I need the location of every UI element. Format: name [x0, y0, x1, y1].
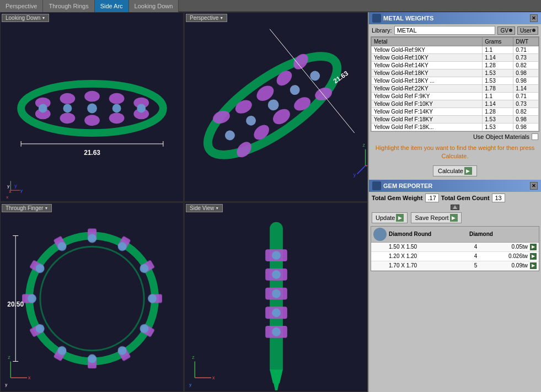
gem-reporter-close-btn[interactable]: ✕	[530, 182, 538, 190]
calculate-btn[interactable]: Calculate ▶	[433, 165, 477, 176]
metal-table-row[interactable]: Yellow Gold-Ref:18KY ...1.530.98	[372, 77, 539, 85]
svg-text:20.50: 20.50	[7, 300, 24, 308]
viewport-top-right-svg: 21.63 x z y	[185, 13, 367, 201]
metal-table-row[interactable]: Yellow Gold-Ref:10KY1.140.73	[372, 54, 539, 62]
viewport-top-left: Looking Down	[0, 12, 184, 202]
main-layout: Looking Down	[0, 12, 541, 392]
metal-name-cell: Yellow Gold Ref F:18KY	[372, 116, 483, 123]
svg-text:x: x	[212, 375, 215, 380]
metal-table-row[interactable]: Yellow Gold-Ref:18KY1.530.98	[372, 69, 539, 77]
use-object-materials-checkbox[interactable]	[532, 133, 538, 140]
gem-sub-rows: 1.50 X 1.5040.05tw▶1.20 X 1.2040.026tw▶1…	[371, 243, 539, 271]
metal-grams-cell: 1.14	[483, 54, 513, 62]
metal-table-row[interactable]: Yellow Gold-Ref:22KY1.781.14	[372, 85, 539, 93]
svg-text:y: y	[14, 183, 17, 189]
library-label: Library:	[372, 27, 392, 34]
viewport-menu-top-left[interactable]: Looking Down	[2, 14, 49, 22]
metal-table-row[interactable]: Yellow Gold-Ref:9KY1.10.71	[372, 46, 539, 54]
svg-text:z: z	[363, 142, 366, 148]
metal-dwt-cell: 0.71	[513, 46, 539, 54]
save-report-btn[interactable]: Save Report ▶	[411, 212, 461, 223]
viewport-label-top-right: Perspective	[186, 14, 227, 22]
metal-table-row[interactable]: Yellow Gold Ref F:10KY1.140.73	[372, 100, 539, 108]
gem-sub-row[interactable]: 1.20 X 1.2040.026tw▶	[371, 252, 539, 261]
metal-weights-close-btn[interactable]: ✕	[530, 14, 538, 22]
metal-table-row[interactable]: Yellow Gold-Ref:14KY1.280.82	[372, 62, 539, 69]
metal-weights-panel: METAL WEIGHTS ✕ Library: METAL GV User	[369, 12, 541, 179]
metal-dwt-cell: 0.82	[513, 108, 539, 116]
viewport-bottom-left-svg: 20.50 x z y	[1, 203, 183, 391]
gv-btn[interactable]: GV	[497, 26, 515, 35]
gem-sub-weight: 0.05tw	[493, 244, 529, 250]
gem-reporter-title: GEM REPORTER	[383, 182, 432, 189]
progress-indicator	[451, 205, 459, 210]
gem-sub-row[interactable]: 1.50 X 1.5040.05tw▶	[371, 243, 539, 252]
metal-dwt-cell: 0.98	[513, 116, 539, 123]
svg-point-7	[84, 115, 100, 126]
right-panel: METAL WEIGHTS ✕ Library: METAL GV User	[368, 12, 541, 392]
metal-name-cell: Yellow Gold Ref F:9KY	[372, 93, 483, 100]
metal-dwt-cell: 0.82	[513, 62, 539, 69]
viewport-menu-top-right[interactable]: Perspective	[186, 14, 227, 22]
metal-weights-icon	[372, 14, 381, 23]
metal-name-cell: Yellow Gold-Ref:18KY	[372, 69, 483, 77]
metal-table-row[interactable]: Yellow Gold Ref F:18K...1.530.98	[372, 123, 539, 131]
gem-group-icon	[373, 228, 387, 241]
metal-grams-cell: 1.28	[483, 62, 513, 69]
metal-grams-cell: 1.1	[483, 46, 513, 54]
svg-point-16	[137, 104, 146, 113]
svg-text:z: z	[192, 355, 195, 360]
tab-side-arc[interactable]: Side Arc	[95, 0, 129, 12]
viewport-bottom-right-svg: 1.50 x z y	[185, 203, 367, 391]
use-object-materials-row: Use Object Materials	[369, 132, 541, 142]
user-btn[interactable]: User	[517, 26, 538, 35]
metal-table-row[interactable]: Yellow Gold Ref F:18KY1.530.98	[372, 116, 539, 123]
metal-table-row[interactable]: Yellow Gold Ref F:14KY1.280.82	[372, 108, 539, 116]
tab-looking-down[interactable]: Looking Down	[129, 0, 179, 12]
viewport-top-left-svg: 21.63 x y y x y	[1, 13, 183, 201]
gem-sub-row[interactable]: 1.70 X 1.7050.09tw▶	[371, 261, 539, 271]
update-btn[interactable]: Update ▶	[372, 212, 408, 223]
gem-sub-weight: 0.09tw	[493, 262, 529, 269]
svg-point-106	[272, 308, 281, 317]
metal-name-cell: Yellow Gold-Ref:10KY	[372, 54, 483, 62]
svg-point-79	[88, 355, 97, 363]
metal-name-cell: Yellow Gold-Ref:22KY	[372, 85, 483, 93]
viewport-bottom-right: Side View ◆	[184, 202, 368, 392]
highlight-instruction: Highlight the item you want to find the …	[369, 142, 541, 163]
metal-grams-cell: 1.28	[483, 108, 513, 116]
svg-text:y: y	[353, 172, 356, 178]
library-row: Library: METAL GV User	[369, 24, 541, 36]
svg-text:y: y	[7, 184, 9, 189]
gem-sub-count: 4	[458, 244, 493, 250]
tab-through-rings[interactable]: Through Rings	[43, 0, 94, 12]
gem-group-header: Diamond Round Diamond	[371, 227, 539, 243]
gem-sub-name: 1.50 X 1.50	[373, 244, 458, 250]
tab-perspective[interactable]: Perspective	[0, 0, 43, 12]
metal-table-row[interactable]: Yellow Gold Ref F:9KY1.10.71	[372, 93, 539, 100]
svg-point-9	[109, 112, 125, 123]
calculate-row: Calculate ▶	[369, 163, 541, 179]
viewport-menu-bottom-right[interactable]: Side View	[186, 204, 223, 212]
metal-grams-cell: 1.78	[483, 85, 513, 93]
gem-sub-expand-btn[interactable]: ▶	[530, 253, 537, 260]
viewport-menu-bottom-left[interactable]: Through Finger	[2, 204, 52, 212]
metal-table-container[interactable]: Metal Grams DWT Yellow Gold-Ref:9KY1.10.…	[371, 36, 539, 132]
gem-sub-expand-btn[interactable]: ▶	[530, 244, 537, 250]
metal-grams-cell: 1.53	[483, 123, 513, 131]
gem-sub-name: 1.20 X 1.20	[373, 253, 458, 259]
col-dwt: DWT	[513, 37, 539, 46]
svg-point-107	[272, 327, 281, 336]
update-arrow: ▶	[396, 214, 404, 222]
svg-point-105	[272, 289, 281, 298]
gem-reporter-panel: GEM REPORTER ✕ Total Gem Weight .17 Tota…	[369, 180, 541, 392]
col-metal: Metal	[372, 37, 483, 46]
metal-name-cell: Yellow Gold-Ref:14KY	[372, 62, 483, 69]
svg-point-82	[28, 294, 36, 303]
metal-table: Metal Grams DWT Yellow Gold-Ref:9KY1.10.…	[371, 37, 539, 131]
gem-sub-expand-btn[interactable]: ▶	[530, 262, 537, 269]
gem-reporter-title-bar: GEM REPORTER ✕	[369, 180, 541, 192]
metal-grams-cell: 1.53	[483, 77, 513, 85]
progress-triangle	[453, 205, 457, 209]
gem-table-container: Diamond Round Diamond 1.50 X 1.5040.05tw…	[371, 226, 539, 271]
